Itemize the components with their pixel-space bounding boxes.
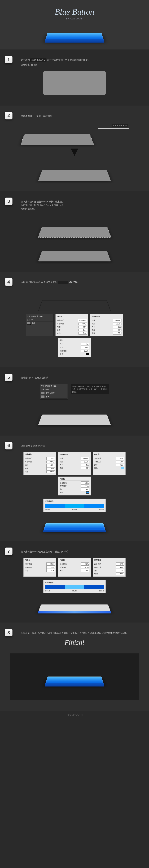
size-val: 1px — [81, 343, 89, 345]
fill-label: 填充 0% — [27, 318, 33, 321]
grad-overlay-panel: 渐变叠加 混合模式正常 不透明度100% 角度0° 缩放100% — [93, 558, 125, 577]
layer-name: 形状 1 — [32, 322, 37, 324]
outlined-perspective-shape — [38, 300, 111, 311]
grad-editor-title: 渐变编辑器 — [45, 581, 104, 584]
drag-arrow-annotation — [99, 128, 128, 129]
dist-label: 距离 — [57, 329, 61, 331]
panel-title: 内阴影 — [57, 315, 87, 318]
hero-blue-button-preview — [45, 33, 104, 41]
panel-title: 斜面和浮雕 — [91, 315, 121, 318]
gradient-bar — [45, 504, 104, 508]
step-4: 4 给原形状1添加样式, 颜色填充设置为 #202020 正常不透明度 100%… — [0, 272, 149, 367]
grad-stop: 57c4ff — [72, 590, 77, 592]
callout-box: 在图层面板中设置 "形状1副本" 填充不透明度为0，添加图层样式。设置：内投影 … — [71, 384, 109, 395]
step-7: 7 接下来再复制一个图层放在顶层（插图）的样式 内发光 混合模式滤色 不透明度7… — [0, 541, 149, 623]
step3-line2: 执行形状层 "形状1 副本" Ctrl + T 下移一些。 — [21, 204, 139, 207]
grad-stop: 0088f8 — [99, 509, 104, 510]
step-number-badge: 6 — [5, 442, 12, 450]
rounded-rect-illustration — [43, 71, 106, 95]
layer-name: 形状 1 副本 — [46, 392, 54, 394]
watermark: fevte.com — [0, 711, 149, 720]
outerglow-swatch — [86, 492, 89, 494]
step-6: 6 设置 形状 1 副本 的样式 渐变叠加 混合模式正常 不透明度100% 样式… — [0, 436, 149, 541]
inner-glow-panel: 内发光 混合模式滤色 不透明度75% 大小5px — [24, 558, 56, 577]
big-down-arrow-icon: ▼ — [68, 148, 81, 155]
alt-val: 30° — [113, 332, 121, 335]
step-number-badge: 4 — [5, 278, 12, 286]
step-number-badge: 7 — [5, 548, 12, 555]
rounded-rect-tool-chip: □ 圆角矩形工具 U — [31, 58, 47, 62]
opacity-val: 50% — [78, 322, 87, 325]
step6-blue-result — [43, 523, 106, 531]
layer-name: 形状 1 — [46, 396, 50, 398]
outer-glow-panel: 外发光 混合模式滤色 不透明度40% 大小15px — [58, 558, 91, 577]
step-3: 3 按下来将这个形状复制一个"形状1"放上面。 执行形状层 "形状1 副本" C… — [0, 191, 149, 272]
angle-label: 角度 — [57, 326, 61, 328]
step5-result — [38, 414, 111, 425]
step7-desc: 接下来再复制一个图层放在顶层（插图）的样式 — [21, 550, 139, 554]
step5-desc: 接着给 "副本" 图层加上样式 — [21, 376, 139, 380]
step6-desc: 设置 形状 1 副本 的样式 — [21, 444, 139, 448]
step1-below: 这层命名 "形状1" — [21, 63, 139, 67]
grad-stop: 00aff9 — [72, 509, 77, 510]
innerglow-swatch — [121, 467, 124, 469]
layer-thumb-icon — [41, 395, 45, 398]
step7-white-blue-slab — [38, 604, 111, 612]
bevel-panel: 斜面和浮雕 样式内斜面 深度100% 大小3px 角度90° 高度30° — [90, 314, 123, 336]
step-number-badge: 1 — [5, 56, 12, 63]
page-subtitle: By Yoan Design — [0, 17, 149, 20]
outer-glow-panel: 外发光 混合模式滤色 不透明度30% 大小10px 颜色 — [58, 476, 91, 495]
kbd-hint: Ctrl + Shift + Alt — [112, 124, 128, 127]
layers-panel-mini: 正常不透明度 100% 填充 100% 形状 1 副本 形状 1 — [40, 384, 68, 399]
layers-panel-mini: 正常不透明度 100% 填充 0% 形状 1 — [26, 314, 54, 336]
angle-val: 90° — [113, 329, 121, 332]
final-render — [10, 653, 139, 700]
step3-line1: 按下来将这个形状复制一个"形状1"放上面。 — [21, 200, 139, 204]
style-val: 内斜面 — [113, 319, 121, 322]
blend-val: 正片叠底 — [78, 319, 87, 322]
copy-sheet-bottom — [38, 251, 111, 261]
step-number-badge: 2 — [5, 112, 12, 119]
step-2: 2 然后用 Ctrl + T 变形，效果如图： Ctrl + Shift + A… — [0, 105, 149, 191]
perspective-sheet-bottom — [38, 170, 111, 181]
step4-desc: 给原形状1添加样式, 颜色填充设置为 — [21, 281, 57, 283]
inner-shadow-panel: 内阴影 混合模式正片叠底 不透明度50% 角度90° 距离2px 大小3px — [55, 314, 88, 336]
angle-val: 90° — [78, 326, 87, 328]
step3-line3: 形成两层图层。 — [21, 207, 139, 211]
fill-hex: #202020 — [69, 281, 78, 283]
step2-desc: 然后用 Ctrl + T 变形，效果如图： — [21, 114, 139, 118]
step8-desc: 多次调节下效果, 行至此步按钮已制成, 调整效果与文案按心之所愿, 可以加上边条… — [21, 631, 139, 635]
final-blue-button — [45, 677, 104, 685]
finish-title: Finish! — [10, 638, 139, 647]
opacity-label: 不透明度 100% — [31, 315, 43, 318]
page-title: Blue Button — [0, 7, 149, 17]
copy-sheet-top — [38, 227, 111, 238]
bevel-panel: 斜面和浮雕 样式内斜面 深度100% 大小3px 角度90° — [58, 452, 91, 475]
grad-stop: 0050c8 — [99, 590, 104, 592]
blend-mode: 正常 — [27, 315, 30, 318]
inner-glow-panel: 内发光 混合模式滤色 不透明度50% 大小5px 颜色 — [93, 452, 125, 475]
gradient-editor: 渐变编辑器 0088f8 00aff9 0088f8 — [43, 499, 106, 512]
grad-stop: 0050c8 — [45, 590, 50, 592]
dist-val: 2px — [78, 329, 87, 332]
gradient-bar — [45, 585, 104, 589]
blend-label: 混合模式 — [57, 319, 64, 322]
step-number-badge: 8 — [5, 629, 12, 637]
size-val: 3px — [78, 332, 87, 335]
header: Blue Button By Yoan Design — [0, 0, 149, 50]
opacity-val: 100% — [81, 350, 89, 352]
grad-overlay-panel: 渐变叠加 混合模式正常 不透明度100% 样式线性 角度90° 缩放100% — [24, 452, 56, 475]
fill-swatch — [58, 281, 68, 284]
grad-stop: 0088f8 — [45, 509, 50, 510]
perspective-sheet-top — [21, 134, 94, 145]
step-5: 5 接着给 "副本" 图层加上样式 正常不透明度 100% 填充 100% 形状… — [0, 367, 149, 436]
pos-val: 外部 — [81, 346, 89, 349]
depth-val: 100% — [113, 322, 121, 325]
opacity-label: 不透明度 — [57, 322, 64, 325]
size-label: 大小 — [57, 332, 61, 334]
step1-desc-post: 画一个圆角矩形，大小凭自己的感觉而定。 — [47, 59, 90, 61]
stroke-color-swatch — [86, 353, 89, 355]
step-8: 8 多次调节下效果, 行至此步按钮已制成, 调整效果与文案按心之所愿, 可以加上… — [0, 623, 149, 711]
step-number-badge: 3 — [5, 197, 12, 205]
layer-thumb-icon — [27, 322, 31, 324]
